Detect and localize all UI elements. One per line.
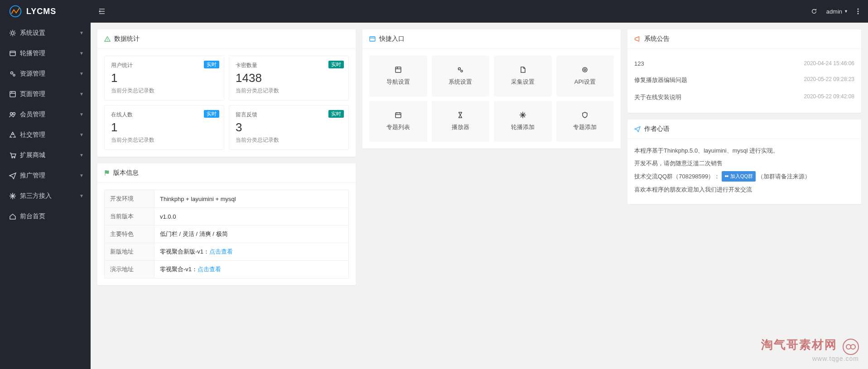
svg-point-15: [458, 68, 461, 70]
realtime-badge: 实时: [204, 110, 219, 118]
announce-title: 系统公告: [644, 35, 670, 43]
version-row: 当前版本v1.0.0: [105, 208, 349, 225]
svg-point-11: [12, 157, 13, 158]
stat-sub: 当前分类总记录数: [111, 136, 217, 144]
svg-rect-14: [395, 67, 401, 72]
credit-card-icon: [369, 36, 376, 42]
window-icon: [395, 66, 402, 73]
announce-time: 2020-05-22 09:28:23: [804, 76, 854, 84]
sidebar-label: 前台首页: [20, 212, 45, 220]
svg-rect-8: [10, 91, 15, 97]
svg-rect-5: [10, 51, 15, 56]
cogs-icon: [9, 70, 16, 77]
version-val: v1.0.0: [154, 208, 349, 225]
chevron-down-icon: ▼: [79, 173, 84, 178]
quick-item[interactable]: 播放器: [432, 101, 490, 142]
stat-title: 在线人数: [111, 111, 217, 119]
warning-icon: [104, 36, 111, 42]
quick-label: 专题列表: [386, 123, 410, 131]
sidebar-item-0[interactable]: 系统设置▼: [0, 23, 91, 43]
author-line: 技术交流QQ群（708298599）： 加入QQ群 （加群请备注来源）: [634, 171, 854, 182]
quick-item[interactable]: 导航设置: [369, 56, 427, 96]
logo[interactable]: LYCMS: [0, 0, 91, 23]
users-icon: [9, 111, 16, 118]
sidebar-item-8[interactable]: 第三方接入▼: [0, 186, 91, 206]
announce-item[interactable]: 关于在线安装说明2020-05-22 09:42:08: [634, 89, 854, 106]
stat-box: 实时用户统计1当前分类总记录数: [104, 56, 224, 101]
calendar-icon: [395, 111, 402, 119]
realtime-badge: 实时: [328, 110, 344, 118]
sidebar-item-2[interactable]: 资源管理▼: [0, 63, 91, 84]
version-val: 零视聚合-v1：点击查看: [154, 261, 349, 278]
quick-label: 采集设置: [511, 78, 535, 86]
sidebar-item-6[interactable]: 扩展商城▼: [0, 145, 91, 165]
quick-item[interactable]: 专题添加: [556, 101, 614, 142]
window-icon: [9, 91, 16, 98]
author-line: 本程序基于Thinkphp.5.0、layuimini、mysql 进行实现。: [634, 146, 854, 156]
quick-card: 快捷入口 导航设置系统设置采集设置API设置专题列表播放器轮播添加专题添加: [362, 29, 621, 149]
stat-sub: 当前分类总记录数: [236, 136, 342, 144]
sidebar-label: 第三方接入: [20, 192, 52, 200]
quick-item[interactable]: API设置: [556, 56, 614, 96]
link[interactable]: 点击查看: [209, 248, 233, 255]
refresh-button[interactable]: [811, 8, 817, 14]
version-key: 新版地址: [105, 243, 154, 261]
shield-icon: [581, 111, 588, 119]
announce-time: 2020-05-22 09:42:08: [804, 93, 854, 101]
collapse-toggle[interactable]: [91, 0, 113, 23]
main-content: 数据统计 实时用户统计1当前分类总记录数实时卡密数量1438当前分类总记录数实时…: [91, 23, 868, 369]
sidebar-item-5[interactable]: 社交管理▼: [0, 125, 91, 145]
stat-box: 实时卡密数量1438当前分类总记录数: [229, 56, 349, 101]
sidebar-label: 页面管理: [20, 90, 45, 98]
chevron-down-icon: ▼: [79, 112, 84, 117]
svg-point-20: [725, 175, 727, 177]
home-icon: [9, 213, 16, 220]
sidebar-item-1[interactable]: 轮播管理▼: [0, 43, 91, 63]
svg-point-22: [846, 345, 851, 349]
sidebar-item-9[interactable]: 前台首页: [0, 206, 91, 226]
quick-item[interactable]: 系统设置: [432, 56, 490, 96]
stat-box: 实时留言反馈3当前分类总记录数: [229, 105, 349, 150]
version-key: 当前版本: [105, 208, 154, 225]
version-key: 主要特色: [105, 225, 154, 243]
link[interactable]: 点击查看: [198, 266, 221, 273]
sidebar-label: 推广管理: [20, 172, 45, 180]
quick-label: 轮播添加: [511, 123, 535, 131]
quick-label: 专题添加: [573, 123, 597, 131]
announce-text: 修复播放器编辑问题: [634, 76, 687, 84]
quick-item[interactable]: 轮播添加: [494, 101, 552, 142]
svg-point-21: [727, 175, 728, 177]
bullhorn-icon: [634, 36, 641, 42]
svg-point-2: [858, 11, 859, 12]
announce-item[interactable]: 修复播放器编辑问题2020-05-22 09:28:23: [634, 72, 854, 89]
quick-title: 快捷入口: [379, 35, 405, 43]
user-menu[interactable]: admin ▼: [826, 8, 848, 15]
sidebar-item-3[interactable]: 页面管理▼: [0, 84, 91, 104]
version-val: Thinkphp + layuimini + mysql: [154, 190, 349, 208]
announce-item[interactable]: 1232020-04-24 15:46:06: [634, 56, 854, 72]
qq-group-badge[interactable]: 加入QQ群: [722, 171, 756, 182]
quick-item[interactable]: 采集设置: [494, 56, 552, 96]
sidebar-item-4[interactable]: 会员管理▼: [0, 104, 91, 125]
sidebar-label: 系统设置: [20, 29, 45, 37]
logo-icon: [9, 5, 22, 18]
chevron-down-icon: ▼: [79, 91, 84, 96]
quick-item[interactable]: 专题列表: [369, 101, 427, 142]
version-row: 主要特色低门栏 / 灵活 / 清爽 / 极简: [105, 225, 349, 243]
realtime-badge: 实时: [204, 61, 219, 68]
brand-text: LYCMS: [26, 7, 56, 16]
stat-value: 1438: [236, 71, 342, 85]
stat-value: 1: [111, 120, 217, 134]
version-key: 演示地址: [105, 261, 154, 278]
version-val: 零视聚合新版-v1：点击查看: [154, 243, 349, 261]
svg-point-10: [13, 112, 15, 115]
svg-point-12: [14, 157, 15, 158]
version-row: 演示地址零视聚合-v1：点击查看: [105, 261, 349, 278]
chevron-down-icon: ▼: [79, 132, 84, 137]
header: LYCMS admin ▼: [0, 0, 868, 23]
username: admin: [826, 8, 842, 15]
more-menu[interactable]: [857, 8, 859, 14]
chevron-down-icon: ▼: [79, 193, 84, 198]
stat-title: 用户统计: [111, 62, 217, 69]
sidebar-item-7[interactable]: 推广管理▼: [0, 165, 91, 186]
